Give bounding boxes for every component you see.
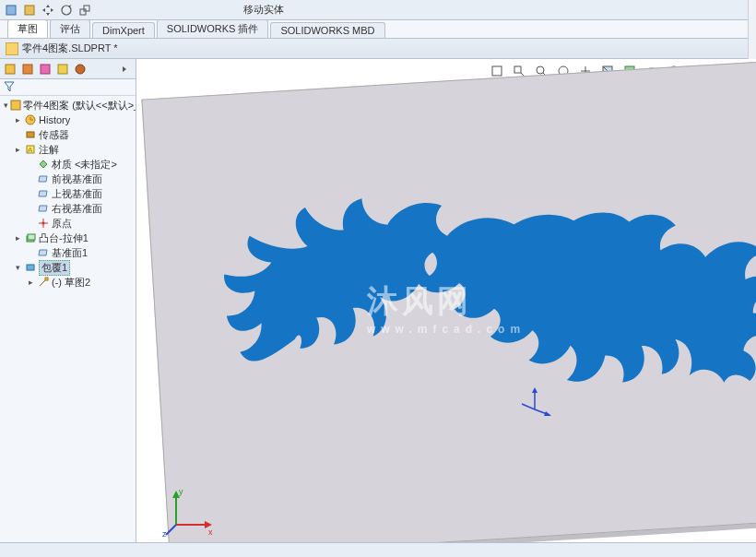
svg-text:y: y [179,487,183,496]
tab-dimxpert[interactable]: DimXpert [92,22,155,38]
history-icon [24,113,37,126]
fm-tab-config-icon[interactable] [37,61,53,77]
tree-label: 原点 [52,217,72,231]
cube-icon[interactable] [22,3,37,18]
fm-tab-arrow-icon[interactable] [116,61,133,77]
tree-label: 上视基准面 [52,187,102,201]
tree-item-right-plane[interactable]: 右视基准面 [0,201,136,216]
workspace: ▾ 零件4图案 (默认<<默认>_显示 ▸ History 传感器 ▸ A 注解 [0,59,756,557]
tree-item-material[interactable]: 材质 <未指定> [0,157,136,172]
svg-point-15 [42,222,45,225]
scale-icon[interactable] [77,3,92,18]
material-icon [37,158,50,171]
model-origin-triad [516,382,553,419]
sensor-icon [24,128,37,141]
svg-text:x: x [208,527,213,537]
svg-rect-3 [80,9,86,15]
svg-rect-0 [6,6,16,15]
tree-item-sketch2[interactable]: ▸ (-) 草图2 [0,275,136,290]
rotate-icon[interactable] [59,3,74,18]
fm-tab-dim-icon[interactable] [54,61,71,77]
document-title: 零件4图案.SLDPRT * [22,41,118,55]
tree-label: 零件4图案 (默认<<默认>_显示 [23,99,136,113]
svg-rect-10 [11,101,20,110]
svg-line-37 [166,525,176,535]
tree-item-front-plane[interactable]: 前视基准面 [0,172,136,186]
command-tabbar: 草图 评估 DimXpert SOLIDWORKS 插件 SOLIDWORKS … [0,20,756,39]
feature-manager-tabs [0,59,136,79]
tree-label: 右视基准面 [52,202,102,216]
annotation-icon: A [24,143,37,156]
twisty-icon[interactable]: ▸ [13,145,22,154]
plane-icon [37,246,50,259]
tree-item-sensors[interactable]: 传感器 [0,127,136,142]
tree-root[interactable]: ▾ 零件4图案 (默认<<默认>_显示 [0,98,136,113]
document-titlebar: 零件4图案.SLDPRT * [0,39,756,59]
command-strip: 移动实体 [0,0,756,20]
tree-label: History [39,114,70,125]
svg-rect-18 [27,265,34,270]
fm-tab-assembly-icon[interactable] [2,61,18,77]
tree-label: 前视基准面 [52,172,102,186]
tree-item-datum-plane[interactable]: 基准面1 [0,245,136,260]
svg-text:z: z [162,529,167,539]
view-triad: y x z [162,483,218,539]
tab-sw-addins[interactable]: SOLIDWORKS 插件 [157,19,269,38]
tree-label: 传感器 [39,128,69,142]
wrap-icon [24,261,37,274]
svg-rect-20 [492,66,502,76]
svg-rect-12 [27,132,34,137]
svg-rect-1 [25,6,34,15]
part-icon [10,99,21,112]
sketch-icon [37,276,50,289]
svg-rect-7 [41,65,50,74]
tree-item-origin[interactable]: 原点 [0,216,136,231]
tree-item-wrap[interactable]: ▾ 包覆1 [0,260,136,275]
twisty-icon[interactable]: ▸ [26,278,35,287]
tab-evaluate[interactable]: 评估 [50,19,90,38]
plane-icon [37,202,50,215]
svg-rect-5 [6,65,15,74]
fm-tab-display-icon[interactable] [72,61,89,77]
svg-text:A: A [28,146,33,154]
status-bar [0,542,756,557]
extrude-icon [24,231,37,244]
wrap-dragon-pattern[interactable] [202,144,756,455]
tree-label: 材质 <未指定> [52,158,117,172]
tree-label: 基准面1 [52,246,88,260]
svg-rect-6 [23,65,32,74]
model-body[interactable] [141,59,756,557]
tree-item-top-plane[interactable]: 上视基准面 [0,186,136,201]
svg-rect-17 [28,234,35,240]
tree-label: 凸台-拉伸1 [39,231,89,245]
tree-item-history[interactable]: ▸ History [0,113,136,127]
twisty-icon[interactable]: ▸ [13,233,22,243]
svg-point-22 [537,66,544,74]
tree-label: (-) 草图2 [52,276,90,290]
part-doc-icon [6,42,18,55]
feature-filter-row [0,79,136,96]
tree-label: 注解 [39,143,59,157]
tree-item-annotations[interactable]: ▸ A 注解 [0,142,136,157]
funnel-icon[interactable] [4,81,15,94]
twisty-icon[interactable]: ▾ [4,101,8,110]
svg-rect-19 [45,278,48,280]
twisty-icon[interactable]: ▸ [13,115,22,124]
plane-icon [37,187,50,200]
svg-point-9 [76,65,85,74]
tab-sw-mbd[interactable]: SOLIDWORKS MBD [270,22,384,38]
svg-rect-21 [514,66,521,73]
feature-manager-panel: ▾ 零件4图案 (默认<<默认>_显示 ▸ History 传感器 ▸ A 注解 [0,59,136,557]
svg-rect-8 [58,65,67,74]
convert-icon[interactable] [4,3,18,18]
graphics-viewport[interactable]: y x z 沐风网 www.mfcad.com [136,59,756,557]
tree-item-extrude[interactable]: ▸ 凸台-拉伸1 [0,231,136,245]
tab-sketch[interactable]: 草图 [7,19,48,38]
twisty-icon[interactable]: ▾ [13,263,22,272]
origin-icon [37,217,50,230]
tree-label: 包覆1 [39,260,70,276]
feature-tree[interactable]: ▾ 零件4图案 (默认<<默认>_显示 ▸ History 传感器 ▸ A 注解 [0,96,136,557]
fm-tab-property-icon[interactable] [19,61,36,77]
command-label: 移动实体 [243,3,284,17]
move-icon[interactable] [41,3,55,18]
